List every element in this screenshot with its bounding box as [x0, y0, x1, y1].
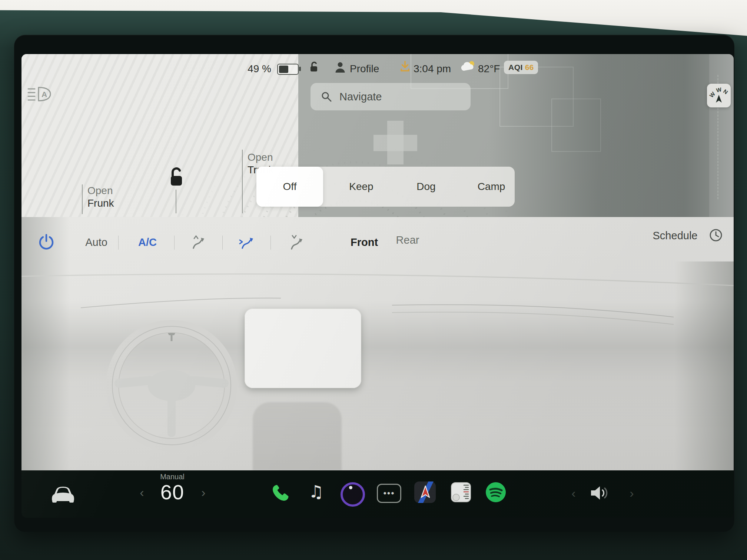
- volume-icon[interactable]: [590, 484, 611, 501]
- climate-keeper-control: Off Keep Dog Camp: [256, 167, 515, 207]
- aqi-label: AQI: [508, 63, 523, 72]
- car-controls-icon[interactable]: [49, 483, 77, 503]
- auto-headlights-icon[interactable]: A: [27, 84, 52, 104]
- music-app-icon[interactable]: ♫: [308, 481, 323, 501]
- battery-icon[interactable]: [277, 64, 299, 75]
- phone-app-icon[interactable]: [272, 484, 290, 501]
- vent-up-icon[interactable]: [190, 234, 207, 250]
- navigate-search-bar[interactable]: Navigate: [311, 83, 471, 110]
- open-frunk-label-line1: Open: [87, 184, 114, 197]
- divider: [270, 236, 271, 250]
- climate-keeper-option-off[interactable]: Off: [283, 181, 297, 193]
- trunk-leader-line: [242, 150, 243, 213]
- temp-increase-chevron[interactable]: ›: [201, 486, 205, 499]
- unlock-icon[interactable]: [309, 61, 319, 73]
- lock-toggle-icon[interactable]: [168, 167, 185, 187]
- vent-down-icon[interactable]: [288, 234, 305, 250]
- dashboard-render: [21, 217, 734, 470]
- front-climate-tab[interactable]: Front: [351, 236, 378, 249]
- open-frunk-label-line2: Frunk: [87, 197, 114, 210]
- open-trunk-label-line1: Open: [248, 151, 274, 164]
- schedule-button[interactable]: Schedule: [653, 230, 698, 242]
- volume-decrease-chevron[interactable]: ‹: [571, 487, 575, 499]
- divider: [118, 236, 119, 250]
- battery-fill: [279, 66, 288, 73]
- rear-climate-tab[interactable]: Rear: [396, 234, 419, 246]
- temp-decrease-chevron[interactable]: ‹: [140, 486, 144, 499]
- open-frunk-button[interactable]: Open Frunk: [87, 184, 114, 210]
- climate-auto-button[interactable]: Auto: [85, 236, 107, 249]
- climate-power-button[interactable]: [38, 233, 54, 250]
- schedule-clock-icon[interactable]: [709, 228, 723, 242]
- aqi-value: 66: [525, 63, 534, 72]
- map-building: [387, 121, 404, 164]
- car-interior-photo: 49 % Profile 3:04 pm 82°F AQI 66: [0, 0, 747, 560]
- search-placeholder: Navigate: [339, 91, 382, 103]
- rendered-touchscreen: [245, 309, 361, 388]
- search-icon: [321, 91, 332, 102]
- clock-time: 3:04 pm: [414, 63, 451, 75]
- temp-value[interactable]: 60: [160, 480, 184, 504]
- radio-app-icon[interactable]: [451, 482, 471, 503]
- frunk-leader-line: [82, 184, 83, 214]
- camera-app-icon[interactable]: [341, 482, 365, 507]
- divider: [222, 236, 223, 250]
- weather-icon[interactable]: [460, 60, 477, 72]
- center-console: [253, 402, 342, 470]
- profile-label[interactable]: Profile: [350, 63, 379, 75]
- aqi-badge[interactable]: AQI 66: [504, 61, 538, 74]
- ac-button[interactable]: A/C: [138, 236, 157, 249]
- map-shadow-overlay: [488, 54, 734, 217]
- climate-keeper-option-camp[interactable]: Camp: [478, 181, 505, 193]
- dock: ‹ Manual 60 › ♫ •••: [21, 470, 734, 518]
- download-icon[interactable]: [400, 61, 410, 73]
- volume-increase-chevron[interactable]: ›: [630, 487, 634, 499]
- app-launcher-icon[interactable]: •••: [377, 484, 401, 503]
- climate-panel: Auto A/C Front Rear Sc: [21, 217, 734, 470]
- outside-temperature[interactable]: 82°F: [478, 63, 500, 75]
- tesla-touchscreen: 49 % Profile 3:04 pm 82°F AQI 66: [21, 54, 734, 518]
- vent-face-icon[interactable]: [238, 234, 255, 250]
- climate-keeper-option-dog[interactable]: Dog: [416, 181, 435, 193]
- navigation-app-icon[interactable]: [414, 481, 436, 503]
- svg-text:A: A: [42, 90, 47, 99]
- lock-leader-line: [176, 190, 176, 213]
- climate-keeper-option-keep[interactable]: Keep: [349, 181, 373, 193]
- divider: [174, 236, 175, 250]
- compass-arrow-icon: [714, 94, 723, 104]
- compass-widget[interactable]: W W N: [707, 84, 731, 107]
- profile-icon[interactable]: [335, 61, 345, 73]
- spotify-app-icon[interactable]: [485, 482, 506, 503]
- compass-letter: W: [716, 86, 722, 94]
- battery-percentage[interactable]: 49 %: [242, 63, 271, 75]
